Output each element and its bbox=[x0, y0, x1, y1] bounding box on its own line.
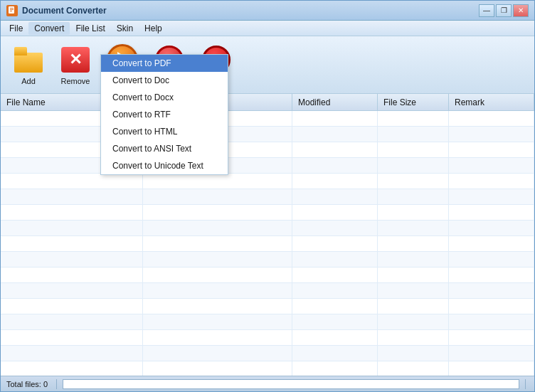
dropdown-item-pdf[interactable]: Convert to PDF bbox=[101, 55, 228, 72]
status-divider-2 bbox=[525, 379, 526, 389]
table-row bbox=[1, 221, 534, 236]
svg-rect-2 bbox=[10, 9, 14, 10]
file-table-wrapper: File Name Modified File Size Remark bbox=[1, 94, 534, 376]
remove-icon: ✕ bbox=[60, 44, 91, 75]
table-row bbox=[1, 330, 534, 346]
table-row bbox=[1, 252, 534, 267]
close-button[interactable]: ✕ bbox=[513, 4, 529, 17]
table-row bbox=[1, 267, 534, 283]
title-buttons: — ❐ ✕ bbox=[479, 4, 529, 17]
table-header: File Name Modified File Size Remark bbox=[1, 94, 534, 111]
total-files-label: Total files: 0 bbox=[6, 380, 53, 388]
table-row bbox=[1, 346, 534, 361]
menu-file-list[interactable]: File List bbox=[70, 22, 110, 35]
menu-skin[interactable]: Skin bbox=[111, 22, 139, 35]
folder-icon bbox=[14, 47, 43, 73]
x-icon: ✕ bbox=[61, 47, 90, 73]
header-filesize: File Size bbox=[378, 94, 449, 110]
menu-file[interactable]: File bbox=[4, 22, 28, 35]
dropdown-item-rtf[interactable]: Convert to RTF bbox=[101, 106, 228, 123]
svg-rect-3 bbox=[10, 11, 12, 11]
dropdown-item-html[interactable]: Convert to HTML bbox=[101, 123, 228, 140]
table-row bbox=[1, 158, 534, 174]
dropdown-item-docx[interactable]: Convert to Docx bbox=[101, 89, 228, 106]
table-body bbox=[1, 111, 534, 376]
convert-dropdown: Convert to PDF Convert to Doc Convert to… bbox=[100, 54, 228, 175]
status-divider bbox=[56, 379, 57, 389]
dropdown-item-doc[interactable]: Convert to Doc bbox=[101, 72, 228, 89]
table-row bbox=[1, 189, 534, 205]
table-row bbox=[1, 361, 534, 376]
file-table: File Name Modified File Size Remark bbox=[1, 94, 534, 376]
menu-help[interactable]: Help bbox=[139, 22, 168, 35]
table-row bbox=[1, 127, 534, 142]
dropdown-item-ansi[interactable]: Convert to ANSI Text bbox=[101, 140, 228, 157]
add-icon bbox=[13, 44, 44, 75]
header-modified: Modified bbox=[292, 94, 378, 110]
app-icon bbox=[6, 5, 18, 16]
table-row bbox=[1, 111, 534, 127]
dropdown-item-unicode[interactable]: Convert to Unicode Text bbox=[101, 157, 228, 174]
table-row bbox=[1, 174, 534, 189]
table-row bbox=[1, 299, 534, 314]
menu-convert[interactable]: Convert bbox=[28, 22, 70, 35]
table-row bbox=[1, 205, 534, 221]
window-title: Document Converter bbox=[22, 6, 479, 16]
remove-label: Remove bbox=[61, 77, 90, 85]
table-row bbox=[1, 314, 534, 330]
status-bar: Total files: 0 bbox=[1, 376, 534, 391]
minimize-button[interactable]: — bbox=[479, 4, 494, 17]
title-bar: Document Converter — ❐ ✕ bbox=[1, 1, 534, 21]
remove-button[interactable]: ✕ Remove bbox=[53, 41, 97, 89]
progress-bar bbox=[63, 379, 519, 389]
table-row bbox=[1, 236, 534, 252]
table-row bbox=[1, 283, 534, 299]
toolbar: Add ✕ Remove Convert bbox=[1, 36, 534, 94]
header-remark: Remark bbox=[449, 94, 534, 110]
main-window: Document Converter — ❐ ✕ File Convert Fi… bbox=[0, 0, 535, 392]
add-label: Add bbox=[21, 77, 36, 85]
add-button[interactable]: Add bbox=[6, 41, 51, 89]
menu-bar: File Convert File List Skin Help bbox=[1, 21, 534, 36]
toolbar-wrapper: Add ✕ Remove Convert bbox=[1, 36, 534, 94]
table-row bbox=[1, 142, 534, 158]
svg-rect-1 bbox=[10, 8, 14, 9]
restore-button[interactable]: ❐ bbox=[496, 4, 512, 17]
